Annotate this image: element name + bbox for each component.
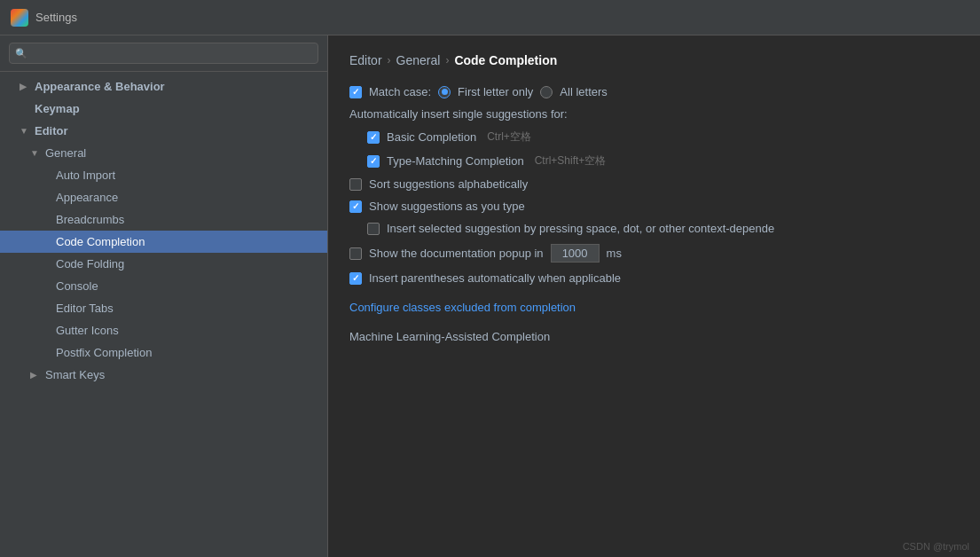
match-case-label: Match case: xyxy=(369,85,431,98)
breadcrumb-sep: › xyxy=(388,54,391,67)
first-letter-label: First letter only xyxy=(458,85,533,98)
type-matching-checkbox[interactable] xyxy=(367,155,380,168)
sidebar-item-label: Appearance xyxy=(56,191,118,204)
main-layout: 🔍 ▶ Appearance & Behavior Keymap ▼ Edito… xyxy=(0,35,980,557)
match-case-row: Match case: First letter only All letter… xyxy=(349,85,959,98)
insert-selected-label: Insert selected suggestion by pressing s… xyxy=(387,222,774,235)
basic-completion-shortcut: Ctrl+空格 xyxy=(487,129,531,145)
insert-parens-label: Insert parentheses automatically when ap… xyxy=(369,271,621,285)
insert-parens-row: Insert parentheses automatically when ap… xyxy=(349,271,959,285)
sidebar-item-label: Code Folding xyxy=(56,257,124,271)
doc-popup-suffix: ms xyxy=(607,247,622,260)
sidebar-item-editor-tabs[interactable]: Editor Tabs xyxy=(0,297,327,319)
insert-selected-checkbox[interactable] xyxy=(367,223,380,235)
show-as-you-type-row: Show suggestions as you type xyxy=(349,200,959,213)
auto-insert-title: Automatically insert single suggestions … xyxy=(349,107,959,121)
type-matching-shortcut: Ctrl+Shift+空格 xyxy=(535,153,607,169)
title-bar-text: Settings xyxy=(35,11,77,24)
doc-popup-label: Show the documentation popup in xyxy=(369,247,544,260)
sidebar-item-label: Appearance & Behavior xyxy=(35,80,165,93)
sidebar-item-auto-import[interactable]: Auto Import xyxy=(0,164,327,186)
sort-alphabetically-row: Sort suggestions alphabetically xyxy=(349,177,959,191)
sidebar: 🔍 ▶ Appearance & Behavior Keymap ▼ Edito… xyxy=(0,35,328,557)
type-matching-label: Type-Matching Completion xyxy=(387,154,524,168)
nav-tree: ▶ Appearance & Behavior Keymap ▼ Editor … xyxy=(0,72,327,557)
basic-completion-label: Basic Completion xyxy=(387,130,476,144)
sort-alphabetically-checkbox[interactable] xyxy=(349,178,362,191)
sidebar-item-label: Postfix Completion xyxy=(56,346,152,359)
sidebar-item-label: Auto Import xyxy=(56,169,115,182)
search-wrapper: 🔍 xyxy=(9,43,318,64)
breadcrumb: Editor › General › Code Completion xyxy=(349,53,959,67)
sidebar-item-label: General xyxy=(45,146,86,160)
sidebar-item-breadcrumbs[interactable]: Breadcrumbs xyxy=(0,208,327,231)
match-case-checkbox[interactable] xyxy=(349,86,362,98)
sort-alphabetically-label: Sort suggestions alphabetically xyxy=(369,177,528,191)
all-letters-radio[interactable] xyxy=(540,86,553,98)
sidebar-item-code-folding[interactable]: Code Folding xyxy=(0,253,327,275)
doc-popup-input[interactable] xyxy=(551,244,600,263)
show-as-you-type-label: Show suggestions as you type xyxy=(369,200,525,213)
sidebar-item-label: Breadcrumbs xyxy=(56,213,124,226)
breadcrumb-sep2: › xyxy=(445,54,449,67)
content-area: Editor › General › Code Completion Match… xyxy=(328,35,980,557)
watermark: CSDN @trymol xyxy=(903,541,969,552)
sidebar-item-console[interactable]: Console xyxy=(0,275,327,297)
sidebar-item-appearance[interactable]: Appearance xyxy=(0,186,327,208)
sidebar-item-label: Editor Tabs xyxy=(56,302,114,315)
sidebar-item-postfix-completion[interactable]: Postfix Completion xyxy=(0,341,327,364)
sidebar-item-label: Console xyxy=(56,279,98,293)
basic-completion-checkbox[interactable] xyxy=(367,131,380,144)
sidebar-item-label: Editor xyxy=(35,124,68,137)
doc-popup-row: Show the documentation popup in ms xyxy=(349,244,959,263)
sidebar-item-label: Code Completion xyxy=(56,235,145,248)
search-icon: 🔍 xyxy=(15,48,27,59)
first-letter-radio[interactable] xyxy=(438,86,451,98)
breadcrumb-editor: Editor xyxy=(349,53,382,67)
expand-arrow: ▼ xyxy=(30,148,41,158)
sidebar-item-label: Gutter Icons xyxy=(56,324,119,337)
breadcrumb-active: Code Completion xyxy=(454,53,557,67)
search-box: 🔍 xyxy=(0,35,327,72)
sidebar-item-smart-keys[interactable]: ▶ Smart Keys xyxy=(0,364,327,386)
configure-link[interactable]: Configure classes excluded from completi… xyxy=(349,301,576,314)
all-letters-label: All letters xyxy=(560,85,607,98)
expand-arrow: ▼ xyxy=(20,126,30,136)
basic-completion-row: Basic Completion Ctrl+空格 xyxy=(349,129,959,145)
sidebar-item-code-completion[interactable]: Code Completion xyxy=(0,231,327,253)
ml-section-heading: Machine Learning-Assisted Completion xyxy=(349,330,959,343)
expand-arrow: ▶ xyxy=(20,82,30,91)
type-matching-row: Type-Matching Completion Ctrl+Shift+空格 xyxy=(349,153,959,169)
insert-parens-checkbox[interactable] xyxy=(349,272,362,285)
breadcrumb-general: General xyxy=(396,53,441,67)
sidebar-item-editor[interactable]: ▼ Editor xyxy=(0,120,327,142)
insert-selected-row: Insert selected suggestion by pressing s… xyxy=(349,222,959,235)
sidebar-item-label: Smart Keys xyxy=(45,368,105,381)
show-as-you-type-checkbox[interactable] xyxy=(349,200,362,213)
expand-arrow: ▶ xyxy=(30,370,41,380)
sidebar-item-general[interactable]: ▼ General xyxy=(0,142,327,164)
sidebar-item-appearance-behavior[interactable]: ▶ Appearance & Behavior xyxy=(0,75,327,98)
app-icon xyxy=(11,9,28,27)
sidebar-item-gutter-icons[interactable]: Gutter Icons xyxy=(0,319,327,341)
search-input[interactable] xyxy=(9,43,318,64)
title-bar: Settings xyxy=(0,0,980,35)
sidebar-item-keymap[interactable]: Keymap xyxy=(0,98,327,120)
sidebar-item-label: Keymap xyxy=(35,102,80,115)
doc-popup-checkbox[interactable] xyxy=(349,247,362,260)
